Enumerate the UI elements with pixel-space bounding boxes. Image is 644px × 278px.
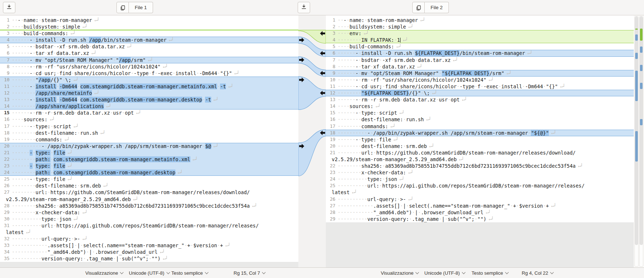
line-number: 19 [0,136,10,143]
line-number: 23 [326,169,335,176]
code-line: v2.5.29/steam-rom-manager_2.5.29_amd64.d… [326,156,634,163]
diff-overview-scrollbars[interactable] [634,15,644,267]
line-number: 9 [0,70,10,77]
line-number: 13 [0,96,10,103]
code-line: 1··-·name:·steam-rom-manager ←┘ [326,17,634,23]
scrollbar-thumb[interactable] [640,16,643,245]
code-line: latest ←┘ [0,229,298,236]
line-number: 22 [326,163,335,169]
line-number: 7 [0,57,10,63]
newline-symbol: ←┘ [80,210,87,215]
line-number: 26 [0,182,10,189]
newline-symbol: ←┘ [134,110,140,116]
encoding-menu-left[interactable]: Unicode (UTF-8) [129,268,170,278]
newline-symbol: ←┘ [576,163,582,169]
code-line: 9······-·mv·"opt/Steam·ROM·Manager"·"${F… [326,70,634,77]
code-line: 21········url:·https://github.com/SteamG… [326,149,634,156]
code-line: 23········x-checker-data: ←┘ [326,169,634,176]
cursor-position-right[interactable]: Rg 4, Col 22 [522,268,553,278]
line-number: 26 [326,196,335,203]
code-line: 31··········url:·https://api.github.com/… [0,222,298,229]
code-line: 5······-·bsdtar·-xf·srm.deb·data.tar.xz … [0,43,298,50]
syntax-menu-right[interactable]: Testo semplice [472,268,508,278]
newline-symbol: ←┘ [373,103,380,109]
line-number: 27 [326,203,335,209]
newline-symbol: ←┘ [397,110,404,116]
code-line: 6······-·install·-D·run.sh·${FLATPAK_DES… [326,50,634,56]
chevron-down-icon [262,270,266,274]
file1-button[interactable]: File 1 [116,2,153,13]
line-number: 20 [0,143,10,149]
newline-symbol: ←┘ [486,77,493,83]
newline-symbol: ←┘ [483,210,490,215]
newline-symbol: ←┘ [486,216,493,222]
scrollbar-thumb[interactable] [635,16,638,245]
chunk-map-2[interactable] [639,16,643,267]
save-file1-button[interactable] [3,2,15,13]
editor-pane-file1[interactable]: 1··-·name:·steam-rom-manager ←┘2····buil… [0,15,298,267]
newline-symbol: ←┘ [80,236,87,242]
code-line: 2····buildsystem:·simple ←┘ [326,23,634,30]
code-line: 20········dest-filename:·srm.deb ←┘ [326,143,634,149]
syntax-menu-left[interactable]: Testo semplice [171,268,208,278]
line-number: 27 [0,189,10,196]
newline-symbol: ←┘ [157,249,164,255]
code-line: v2.5.29/steam-rom-manager_2.5.29_amd64.d… [0,196,298,203]
newline-symbol: ←┘ [415,64,421,70]
newline-symbol: ←┘ [457,156,463,162]
code-line: 30··········type:·json ←┘ [0,216,298,222]
newline-symbol: ←┘ [388,123,395,129]
newline-symbol: ←┘ [160,256,167,262]
editor-pane-file2[interactable]: 1··-·name:·steam-rom-manager ←┘2····buil… [326,15,634,267]
code-line: 20··········-·/app/bin/zypak-wrapper.sh·… [0,143,298,149]
line-number: 17 [326,123,335,130]
line-number: 14 [0,103,10,110]
line-number: 4 [326,37,335,43]
line-number: 5 [0,43,10,50]
code-line: 24··········type:·json ←┘ [326,176,634,182]
code-line: 5····build-commands: ←┘ [326,43,634,50]
newline-symbol: ←┘ [24,229,30,235]
line-number: 33 [0,242,10,249]
code-line: 16········dest-filename:·run.sh ←┘ [326,116,634,123]
view-menu-right[interactable]: Visualizzazione [381,268,418,278]
code-line: 2····buildsystem:·simple ←┘ [0,23,298,30]
chevron-down-icon [505,270,509,274]
code-line: 23······-·type:·file ←┘ [0,163,298,169]
code-line: 29··········version-query:·.tag_name·|·s… [326,216,634,222]
code-line: 7······-·mv·"opt/Steam·ROM·Manager"·"/ap… [0,57,298,63]
line-number: 24 [326,176,335,182]
newline-symbol: ←┘ [549,203,555,209]
code-line: 32··········url-query:·>- ←┘ [0,236,298,242]
view-menu-left[interactable]: Visualizzazione [85,268,123,278]
code-line: 11······-·cd·usr;·find·share/icons/hicol… [326,83,634,90]
cursor-position-left[interactable]: Rg 15, Col 7 [234,268,265,278]
encoding-menu-right[interactable]: Unicode (UTF-8) [424,268,465,278]
code-line: 18··········-·/app/bin/zypak-wrapper.sh·… [326,130,634,136]
newline-symbol: ←┘ [68,30,75,36]
newline-symbol: ←┘ [211,143,218,149]
insert-position-line [0,30,298,30]
line-number: 3 [0,30,10,37]
newline-symbol: ←┘ [146,57,152,63]
newline-symbol: ←┘ [406,170,413,175]
diff-workspace: 1··-·name:·steam-rom-manager ←┘2····buil… [0,15,644,267]
code-line: 25······-·type:·file ←┘ [0,176,298,182]
newline-symbol: ←┘ [418,17,425,23]
newline-symbol: ←┘ [250,203,256,209]
code-line: 24········path:·com.steamgriddb.steam-ro… [0,169,298,176]
save-file2-button[interactable] [298,2,310,13]
chunk-map-1[interactable] [634,16,639,267]
code-line: 4········IN_FLATPAK:·1 ←┘ [326,37,634,43]
code-line: 16····sources: ←┘ [0,116,298,123]
line-number: 2 [326,23,335,30]
line-number: 16 [0,116,10,123]
code-line: 18········dest-filename:·run.sh ←┘ [0,130,298,136]
newline-symbol: ←┘ [430,90,436,96]
newline-symbol: ←┘ [504,70,511,76]
newline-symbol: ←┘ [48,116,54,122]
newline-symbol: ←┘ [226,84,232,89]
line-number: 19 [326,136,335,143]
line-number: 8 [326,63,335,70]
file2-button[interactable]: File 2 [412,2,449,13]
